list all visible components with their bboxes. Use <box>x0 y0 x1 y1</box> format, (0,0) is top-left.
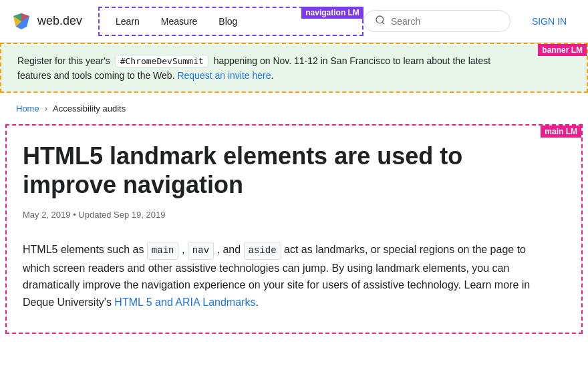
logo[interactable]: web.dev <box>11 11 82 32</box>
article-paragraph: HTML5 elements such as main , nav , and … <box>23 241 531 311</box>
breadcrumb-current: Accessibility audits <box>53 104 126 114</box>
body-before: HTML5 elements such as <box>23 244 144 255</box>
svg-point-5 <box>376 16 384 23</box>
search-box <box>363 10 510 32</box>
banner-line2: features and tools coming to the Web. Re… <box>17 70 571 81</box>
nav-item-learn[interactable]: Learn <box>105 11 150 32</box>
nav-lm-label: navigation LM <box>301 7 363 19</box>
breadcrumb-home[interactable]: Home <box>16 104 39 114</box>
main-lm-label: main LM <box>541 126 581 138</box>
banner-line1: Register for this year's #ChromeDevSummi… <box>17 55 571 67</box>
comma2: , and <box>217 244 241 255</box>
banner-lm-label: banner LM <box>538 44 587 56</box>
publish-date: May 2, 2019 <box>23 210 71 220</box>
article: HTML5 landmark elements are used to impr… <box>23 142 565 311</box>
logo-text: web.dev <box>37 14 82 28</box>
logo-icon <box>11 11 32 32</box>
comma1: , <box>182 244 184 255</box>
sign-in-button[interactable]: SIGN IN <box>521 11 577 32</box>
svg-line-6 <box>382 22 384 24</box>
code-nav: nav <box>188 242 214 259</box>
banner: banner LM Register for this year's #Chro… <box>0 43 588 93</box>
main-content: main LM HTML5 landmark elements are used… <box>5 124 583 334</box>
nav-item-measure[interactable]: Measure <box>150 11 208 32</box>
code-main: main <box>147 242 179 259</box>
main-nav: navigation LM Learn Measure Blog <box>98 7 363 36</box>
article-date: May 2, 2019 • Updated Sep 19, 2019 <box>23 210 565 220</box>
banner-text-before: Register for this year's <box>17 55 110 66</box>
banner-text-after: happening on Nov. 11-12 in San Francisco… <box>214 55 491 66</box>
header: web.dev navigation LM Learn Measure Blog… <box>0 0 588 43</box>
code-aside: aside <box>244 242 281 259</box>
article-title: HTML5 landmark elements are used to impr… <box>23 142 531 199</box>
article-body: HTML5 elements such as main , nav , and … <box>23 241 531 311</box>
banner-features-text: features and tools coming to the Web. <box>17 70 177 81</box>
updated-date: Updated Sep 19, 2019 <box>78 210 165 220</box>
banner-hashtag: #ChromeDevSummit <box>116 55 208 67</box>
article-deque-link[interactable]: HTML 5 and ARIA Landmarks <box>114 297 255 308</box>
search-input[interactable] <box>391 16 498 27</box>
banner-invite-link[interactable]: Request an invite here <box>177 70 271 81</box>
breadcrumb-separator: › <box>45 104 47 114</box>
breadcrumb: Home › Accessibility audits <box>0 93 588 124</box>
nav-item-blog[interactable]: Blog <box>208 11 248 32</box>
body-end: . <box>255 297 258 308</box>
search-icon <box>375 15 386 27</box>
